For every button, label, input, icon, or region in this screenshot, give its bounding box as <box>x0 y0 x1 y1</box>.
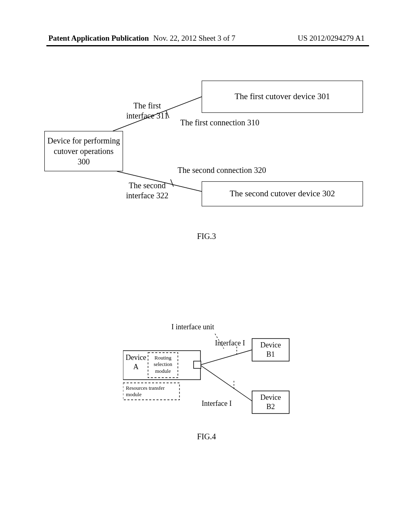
figure-4: I interface unit Interface I Interface I… <box>123 322 292 431</box>
header-mid: Nov. 22, 2012 Sheet 3 of 7 <box>153 34 236 43</box>
box-device-302: The second cutover device 302 <box>202 181 363 206</box>
label-interface-i-2: Interface I <box>202 399 232 408</box>
fig4-shapes <box>123 322 292 431</box>
figure-3: Device for performing cutover operations… <box>44 73 367 242</box>
label-resources-module: Resources transfer module <box>126 385 177 398</box>
svg-line-11 <box>201 366 252 401</box>
label-interface-1: The first interface 311 <box>123 101 171 121</box>
label-device-a: Device A <box>125 353 146 371</box>
label-device-b1: Device B1 <box>255 341 286 359</box>
label-i-interface-unit: I interface unit <box>171 322 214 332</box>
svg-line-10 <box>201 350 252 365</box>
page-header: Patent Application Publication Nov. 22, … <box>0 34 413 43</box>
device-300-text: Device for performing cutover operations… <box>47 135 120 167</box>
box-device-301: The first cutover device 301 <box>202 81 363 113</box>
label-interface-2: The second interface 322 <box>121 181 173 201</box>
svg-rect-7 <box>194 361 201 368</box>
label-routing-module: Routing selection module <box>150 355 176 374</box>
label-connection-1: The first connection 310 <box>169 118 270 128</box>
label-connection-2: The second connection 320 <box>165 165 278 175</box>
header-right: US 2012/0294279 A1 <box>298 34 365 43</box>
box-device-300: Device for performing cutover operations… <box>44 131 123 171</box>
label-device-b2: Device B2 <box>255 393 286 411</box>
figure-4-caption: FIG.4 <box>0 432 413 441</box>
device-302-text: The second cutover device 302 <box>229 188 335 199</box>
figure-3-caption: FIG.3 <box>0 232 413 241</box>
header-left: Patent Application Publication <box>48 34 149 43</box>
device-301-text: The first cutover device 301 <box>235 91 330 102</box>
header-divider <box>46 45 369 46</box>
label-interface-i-1: Interface I <box>215 339 245 348</box>
